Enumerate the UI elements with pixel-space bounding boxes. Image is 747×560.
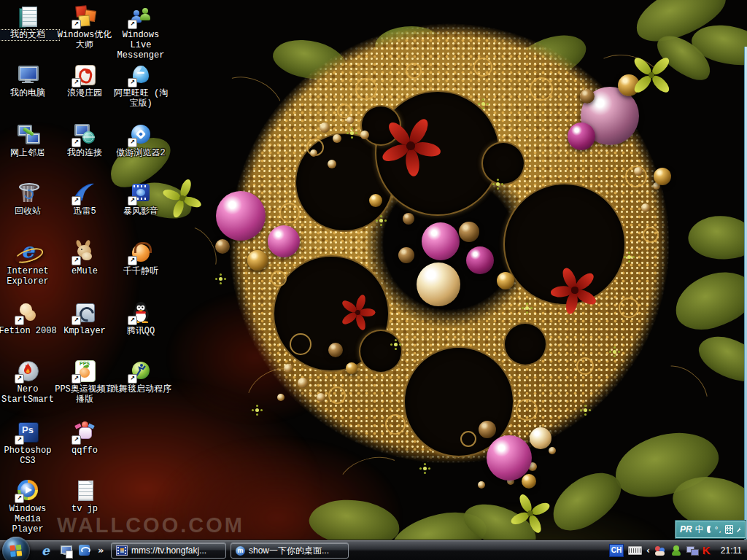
emule-icon bbox=[73, 241, 96, 264]
desktop-icon-internet-explorer[interactable]: e Internet Explorer bbox=[0, 241, 59, 287]
desktop-icon-dance-mat[interactable]: 跳舞毯启动程序 bbox=[109, 359, 172, 394]
pearl bbox=[333, 134, 341, 143]
desktop-icon-romantic-manor[interactable]: 浪漫庄园 bbox=[53, 63, 116, 98]
desktop-icon-wmp[interactable]: Windows Media Player bbox=[0, 478, 59, 534]
quicklaunch-browser-window-icon[interactable] bbox=[78, 544, 91, 557]
glossy-orb bbox=[216, 191, 266, 241]
pearl bbox=[310, 149, 317, 157]
shortcut-arrow-icon bbox=[128, 20, 137, 29]
gold-tendril bbox=[638, 354, 719, 434]
icon-label: 迅雷5 bbox=[53, 206, 116, 217]
shortcut-arrow-icon bbox=[71, 374, 81, 384]
gold-circle-ornament bbox=[576, 357, 594, 375]
desktop-icon-windows-live-messenger[interactable]: Windows Live Messenger bbox=[109, 4, 172, 61]
desktop-icon-qqffo[interactable]: qqffo bbox=[53, 420, 116, 456]
flower-center bbox=[179, 195, 185, 201]
ime-settings-wrench-icon[interactable] bbox=[736, 526, 741, 534]
gold-circle-ornament bbox=[460, 431, 476, 447]
fullwidth-toggle-icon[interactable] bbox=[707, 526, 712, 533]
gold-circle-ornament bbox=[290, 333, 311, 355]
right-edge-window-sliver[interactable] bbox=[744, 47, 747, 540]
glossy-orb bbox=[398, 247, 414, 263]
shortcut-arrow-icon bbox=[15, 494, 24, 503]
aliwangwang-tray-icon[interactable] bbox=[654, 545, 666, 556]
taskbar-task-maxthon[interactable]: m show一下你的桌面... bbox=[231, 542, 349, 559]
gold-circle-ornament bbox=[271, 271, 287, 287]
fetion-icon bbox=[16, 300, 39, 324]
language-indicator[interactable]: CH bbox=[609, 544, 624, 557]
ime-language-bar[interactable]: PR 中 °, bbox=[676, 521, 746, 538]
fetion-tray-icon[interactable] bbox=[670, 545, 682, 556]
glossy-orb bbox=[247, 250, 268, 271]
soft-keyboard-icon[interactable] bbox=[725, 525, 733, 534]
glossy-orb bbox=[403, 213, 414, 225]
glossy-orb bbox=[530, 427, 551, 449]
shortcut-arrow-icon bbox=[128, 316, 137, 325]
punctuation-toggle[interactable]: °, bbox=[714, 526, 721, 534]
desktop-icon-network-places[interactable]: 网上邻居 bbox=[0, 122, 59, 158]
quicklaunch-overflow-chevron[interactable]: » bbox=[98, 543, 104, 558]
quicklaunch-internet-explorer-icon[interactable]: e bbox=[42, 544, 55, 557]
shortcut-arrow-icon bbox=[71, 78, 81, 88]
shortcut-arrow-icon bbox=[128, 138, 137, 147]
icon-label: Kmplayer bbox=[53, 326, 116, 336]
gold-circle-ornament bbox=[328, 386, 346, 404]
desktop-icon-my-documents[interactable]: 我的文档 bbox=[0, 4, 59, 40]
my-connection-icon bbox=[73, 122, 96, 146]
storm-player-icon bbox=[129, 181, 152, 204]
desktop-icon-emule[interactable]: eMule bbox=[53, 241, 116, 276]
network-tray-icon[interactable] bbox=[686, 545, 698, 556]
kaspersky-tray-icon[interactable]: K bbox=[703, 545, 714, 556]
shortcut-arrow-icon bbox=[128, 256, 137, 265]
pearl bbox=[277, 394, 285, 401]
desktop-icon-kmplayer[interactable]: Kmplayer bbox=[53, 300, 116, 336]
desktop-icon-tencent-qq[interactable]: 腾讯QQ bbox=[109, 300, 172, 336]
icon-label: PPS奥运视频直播版 bbox=[53, 384, 116, 405]
desktop-icon-pps[interactable]: PPS PPS奥运视频直播版 bbox=[53, 359, 116, 405]
desktop-icon-thunder5[interactable]: 迅雷5 bbox=[53, 181, 116, 217]
shortcut-arrow-icon bbox=[71, 435, 81, 445]
glossy-orb bbox=[497, 272, 514, 289]
tencent-qq-icon bbox=[129, 300, 152, 324]
desktop-icon-my-computer[interactable]: 我的电脑 bbox=[0, 63, 59, 98]
gold-circle-ornament bbox=[473, 58, 492, 77]
flower-center bbox=[527, 510, 533, 516]
start-button[interactable] bbox=[2, 537, 30, 560]
maxthon-browser-icon bbox=[129, 122, 152, 146]
maxthon-m-icon: m bbox=[236, 546, 245, 556]
icon-label: 我的文档 bbox=[0, 30, 59, 40]
icon-label: Windows Media Player bbox=[0, 504, 59, 534]
wmp-icon bbox=[16, 478, 39, 502]
ime-name-label[interactable]: PR bbox=[680, 524, 692, 534]
desktop-icon-tvjp[interactable]: tv jp bbox=[53, 478, 116, 514]
pps-icon: PPS bbox=[73, 359, 96, 382]
desktop-icon-fetion[interactable]: Fetion 2008 bbox=[0, 300, 59, 336]
gold-circle-ornament bbox=[530, 77, 553, 101]
desktop-icon-windows-optimizer[interactable]: Windows优化大师 bbox=[53, 4, 116, 50]
taskbar-task-media-stream[interactable]: mms://tv.hongfakj... bbox=[111, 542, 226, 559]
keyboard-tray-icon[interactable] bbox=[628, 546, 642, 555]
windows-optimizer-icon bbox=[73, 4, 96, 28]
tray-clock[interactable]: 21:11 bbox=[721, 545, 742, 556]
desktop-icon-photoshop[interactable]: Ps Photoshop CS3 bbox=[0, 420, 59, 466]
icon-label: tv jp bbox=[53, 504, 116, 514]
desktop-icon-ttplayer[interactable]: 千千静听 bbox=[109, 241, 172, 276]
photoshop-icon: Ps bbox=[16, 420, 39, 443]
icon-label: 阿里旺旺 (淘宝版) bbox=[109, 88, 172, 109]
ime-mode-chinese[interactable]: 中 bbox=[695, 524, 704, 536]
desktop-icon-nero[interactable]: Nero StartSmart bbox=[0, 359, 59, 405]
task-label: mms://tv.hongfakj... bbox=[131, 545, 206, 556]
tiny-flower bbox=[379, 219, 383, 222]
desktop-icon-maxthon-browser[interactable]: 傲游浏览器2 bbox=[109, 122, 172, 158]
shortcut-arrow-icon bbox=[15, 374, 24, 384]
desktop-icon-storm-player[interactable]: 暴风影音 bbox=[109, 181, 172, 217]
pearl bbox=[634, 167, 643, 176]
quicklaunch-show-desktop-icon[interactable] bbox=[60, 544, 73, 557]
media-filmstrip-icon bbox=[116, 545, 128, 556]
glossy-orb bbox=[328, 343, 343, 357]
tray-collapse-chevron[interactable]: ‹ bbox=[646, 545, 650, 556]
desktop-icon-my-connection[interactable]: 我的连接 bbox=[53, 122, 116, 158]
desktop-icon-aliwangwang[interactable]: 阿里旺旺 (淘宝版) bbox=[109, 63, 172, 109]
icon-label: Photoshop CS3 bbox=[0, 446, 59, 466]
desktop-icon-recycle-bin[interactable]: 回收站 bbox=[0, 181, 59, 217]
